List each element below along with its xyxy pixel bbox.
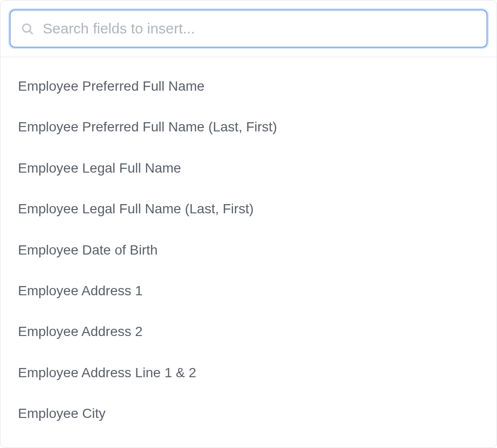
search-bar-wrapper <box>0 0 497 57</box>
list-item[interactable]: Employee Preferred Full Name (Last, Firs… <box>0 107 497 147</box>
field-list: Employee Preferred Full Name Employee Pr… <box>0 57 497 434</box>
search-input[interactable] <box>43 11 477 47</box>
svg-line-1 <box>30 31 33 34</box>
list-item-label: Employee Legal Full Name (Last, First) <box>18 201 254 216</box>
list-item[interactable]: Employee Address 2 <box>0 311 497 352</box>
field-picker-panel: Employee Preferred Full Name Employee Pr… <box>0 0 497 448</box>
search-box[interactable] <box>10 10 487 47</box>
list-item-label: Employee Preferred Full Name <box>18 79 204 94</box>
search-icon <box>20 22 34 35</box>
list-item-label: Employee Date of Birth <box>18 242 158 257</box>
list-item[interactable]: Employee Legal Full Name (Last, First) <box>0 189 497 229</box>
list-item-label: Employee Address 2 <box>18 324 143 339</box>
list-item-label: Employee Legal Full Name <box>18 160 181 176</box>
list-item[interactable]: Employee City <box>0 393 497 434</box>
list-item[interactable]: Employee Address 1 <box>0 271 497 311</box>
list-item[interactable]: Employee Preferred Full Name <box>0 66 497 107</box>
list-item[interactable]: Employee Legal Full Name <box>0 148 497 189</box>
list-item-label: Employee Address Line 1 & 2 <box>18 365 196 380</box>
list-item-label: Employee City <box>18 406 106 421</box>
list-item[interactable]: Employee Date of Birth <box>0 230 497 271</box>
list-item-label: Employee Preferred Full Name (Last, Firs… <box>18 119 277 134</box>
list-item-label: Employee Address 1 <box>18 283 143 298</box>
list-item[interactable]: Employee Address Line 1 & 2 <box>0 352 497 393</box>
